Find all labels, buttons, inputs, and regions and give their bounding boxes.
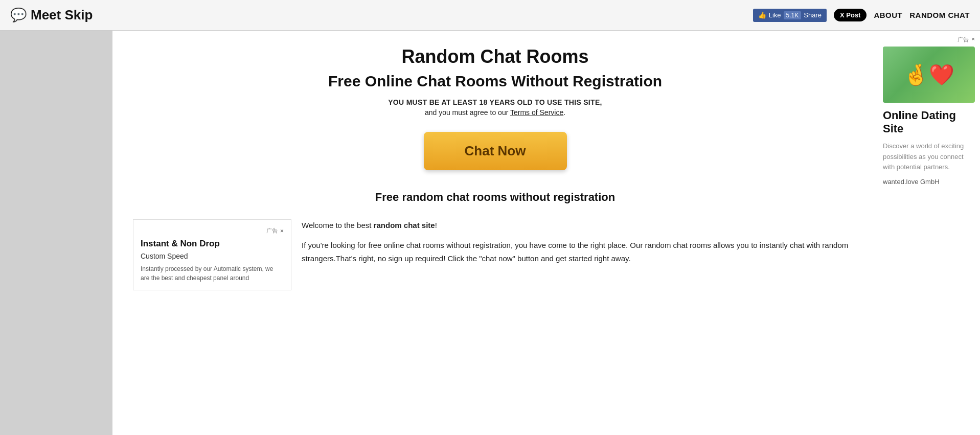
ad-subtitle: Custom Speed bbox=[141, 252, 284, 260]
tos-notice: and you must agree to our Terms of Servi… bbox=[133, 108, 857, 117]
nav-about[interactable]: ABOUT bbox=[874, 11, 902, 19]
chat-now-button[interactable]: Chat Now bbox=[424, 132, 567, 170]
welcome-intro-suffix: ! bbox=[435, 221, 437, 230]
main-content: Random Chat Rooms Free Online Chat Rooms… bbox=[112, 31, 878, 435]
bottom-section: 广告 × Instant & Non Drop Custom Speed Ins… bbox=[133, 219, 857, 290]
x-post-button[interactable]: X Post bbox=[834, 9, 867, 21]
header: 💬 Meet Skip 👍 Like 5.1K Share X Post ABO… bbox=[0, 0, 980, 31]
tos-link[interactable]: Terms of Service bbox=[510, 108, 563, 117]
ad-title: Instant & Non Drop bbox=[141, 239, 284, 249]
welcome-intro-prefix: Welcome to the best bbox=[302, 221, 374, 230]
welcome-text-area: Welcome to the best random chat site! If… bbox=[302, 219, 857, 290]
welcome-desc: If you're looking for free online chat r… bbox=[302, 239, 857, 265]
right-ad-label: 广告 bbox=[958, 36, 969, 43]
right-ad-top-bar: 广告 × bbox=[883, 36, 975, 43]
logo-icon: 💬 bbox=[10, 7, 27, 24]
ad-top-bar: 广告 × bbox=[141, 227, 284, 235]
finger-art-icon: 🤞❤️ bbox=[903, 64, 954, 85]
age-notice: YOU MUST BE AT LEAST 18 YEARS OLD TO USE… bbox=[133, 98, 857, 106]
welcome-intro: Welcome to the best random chat site! bbox=[302, 219, 857, 232]
logo-text: Meet Skip bbox=[31, 7, 93, 23]
ad-body-text: Instantly processed by our Automatic sys… bbox=[141, 264, 284, 283]
right-ad-company: wanted.love GmbH bbox=[883, 178, 975, 186]
welcome-bold: random chat site bbox=[374, 221, 435, 230]
tos-suffix: . bbox=[563, 108, 565, 117]
right-ad-desc: Discover a world of exciting possibiliti… bbox=[883, 141, 975, 173]
right-ad-heading: Online Dating Site bbox=[883, 109, 975, 136]
right-ad-close-icon[interactable]: × bbox=[972, 36, 975, 43]
fb-share-label: Share bbox=[804, 11, 822, 19]
main-subheading: Free Online Chat Rooms Without Registrat… bbox=[133, 73, 857, 90]
tos-prefix: and you must agree to our bbox=[425, 108, 510, 117]
nav-random-chat[interactable]: RANDOM CHAT bbox=[909, 11, 970, 19]
ad-close-icon[interactable]: × bbox=[280, 227, 284, 235]
logo-area: 💬 Meet Skip bbox=[10, 7, 93, 24]
header-right: 👍 Like 5.1K Share X Post ABOUT RANDOM CH… bbox=[753, 9, 970, 22]
chat-now-wrapper: Chat Now bbox=[133, 132, 857, 170]
right-sidebar: 广告 × 🤞❤️ Online Dating Site Discover a w… bbox=[878, 31, 980, 435]
page-layout: Random Chat Rooms Free Online Chat Rooms… bbox=[0, 31, 980, 435]
free-chat-heading: Free random chat rooms without registrat… bbox=[133, 191, 857, 204]
left-sidebar bbox=[0, 31, 112, 435]
fb-like-button[interactable]: 👍 Like 5.1K Share bbox=[753, 9, 827, 22]
main-heading: Random Chat Rooms bbox=[133, 46, 857, 67]
fb-like-label: Like bbox=[769, 11, 781, 19]
right-ad-image: 🤞❤️ bbox=[883, 47, 975, 103]
fb-like-count: 5.1K bbox=[784, 11, 802, 19]
ad-label: 广告 bbox=[266, 227, 278, 235]
ad-box-left: 广告 × Instant & Non Drop Custom Speed Ins… bbox=[133, 219, 291, 290]
